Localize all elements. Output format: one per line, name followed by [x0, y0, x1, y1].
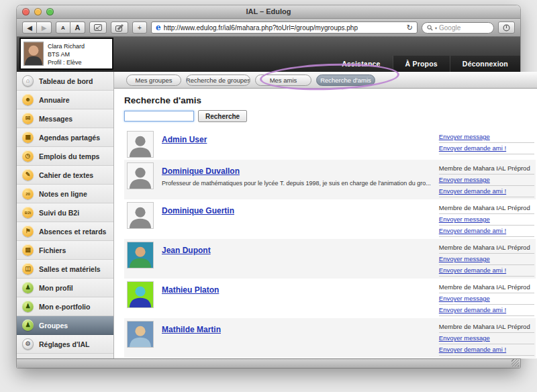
- sidebar-item-agendas-partages[interactable]: ▦ Agendas partagés: [17, 128, 113, 147]
- minimize-window-button[interactable]: [34, 8, 42, 15]
- person-icon: ♟: [22, 282, 34, 293]
- zoom-window-button[interactable]: [46, 8, 54, 15]
- user-avatar[interactable]: [127, 242, 154, 268]
- user-name-link[interactable]: Admin User: [162, 135, 207, 144]
- profile-text: Clara Richard BTS AM Profil : Elève: [48, 42, 85, 66]
- sidebar-item-mon-e-portfolio[interactable]: ♟ Mon e-portfolio: [17, 297, 113, 316]
- browser-window: IAL – Edulog ◀ ▶ A A + e http://www.edul: [17, 5, 520, 368]
- clip-to-dashboard-button[interactable]: [89, 21, 107, 34]
- resize-grip-icon[interactable]: [511, 359, 519, 366]
- group-person-icon: ♟: [22, 320, 34, 331]
- avatar: [23, 42, 44, 66]
- google-search-field[interactable]: ▾ Google: [422, 22, 494, 34]
- forward-icon: ▶: [42, 24, 47, 32]
- title-bar[interactable]: IAL – Edulog: [17, 5, 520, 19]
- sidebar-item-cahier-de-textes[interactable]: ✎ Cahier de textes: [17, 166, 113, 185]
- sidebar-item-messages[interactable]: ✉ Messages: [17, 109, 113, 128]
- user-avatar[interactable]: [127, 321, 154, 348]
- sidebar-item-mon-profil[interactable]: ♟ Mon profil: [17, 279, 113, 297]
- user-row: Jean Dupont Membre de Mahara IAL Préprod…: [124, 239, 536, 279]
- send-message-link[interactable]: Envoyer message: [439, 176, 490, 183]
- page-content: Recherche d'amis Recherche Admin User En…: [114, 89, 537, 358]
- user-name-link[interactable]: Mathilde Martin: [162, 325, 221, 334]
- address-bar[interactable]: e http://www.edulog.fr/ial6/mahara.php?t…: [151, 21, 418, 34]
- snippet-clip-icon: [94, 24, 102, 31]
- small-a-icon: A: [61, 25, 65, 31]
- close-window-button[interactable]: [22, 8, 30, 15]
- edit-pen-icon: [115, 24, 124, 32]
- sidebar: ⌂ Tableau de bord ☻ Annuaire ✉ Messages …: [17, 72, 114, 358]
- rooms-icon: ◫: [22, 263, 34, 275]
- tab-recherche-damis[interactable]: Recherche d'amis: [316, 75, 375, 86]
- decrease-font-button[interactable]: A: [56, 21, 70, 34]
- friend-search-input[interactable]: [124, 111, 194, 121]
- big-a-icon: A: [75, 23, 81, 32]
- send-message-link[interactable]: Envoyer message: [439, 255, 490, 262]
- tab-recherche-de-groupes[interactable]: Recherche de groupes: [186, 75, 250, 86]
- url-text: http://www.edulog.fr/ial6/mahara.php?toU…: [164, 24, 404, 32]
- user-avatar[interactable]: [127, 162, 154, 189]
- user-avatar[interactable]: [127, 131, 154, 158]
- b2i-badge-icon: B2i: [22, 207, 34, 218]
- user-name-link[interactable]: Dominique Duvallon: [162, 166, 240, 176]
- user-name-link[interactable]: Dominique Guertin: [162, 206, 234, 215]
- info-circle-button[interactable]: [498, 21, 515, 34]
- circle-bar-icon: [503, 24, 510, 32]
- new-tab-button[interactable]: +: [132, 21, 147, 34]
- tab-mes-groupes[interactable]: Mes groupes: [126, 75, 181, 86]
- sidebar-item-notes-en-ligne[interactable]: 20 Notes en ligne: [17, 185, 113, 203]
- menu-assistance[interactable]: Assistance: [330, 56, 392, 72]
- sidebar-item-suivi-du-b2i[interactable]: B2i Suivi du B2i: [17, 203, 113, 222]
- increase-font-button[interactable]: A: [70, 21, 85, 34]
- send-message-link[interactable]: Envoyer message: [439, 133, 490, 140]
- search-placeholder: Google: [439, 24, 460, 32]
- send-friend-request-link[interactable]: Envoyer demande ami !: [439, 346, 506, 353]
- grades-20-icon: 20: [22, 188, 34, 199]
- report-bug-button[interactable]: [111, 21, 128, 34]
- notebook-pen-icon: ✎: [22, 169, 34, 181]
- user-membership-label: Membre de Mahara IAL Préprod: [439, 322, 534, 333]
- tab-bar: Mes groupesRecherche de groupesMes amisR…: [114, 72, 537, 89]
- sidebar-item-groupes[interactable]: ♟ Groupes: [17, 316, 113, 335]
- send-message-link[interactable]: Envoyer message: [439, 215, 490, 223]
- sidebar-item-fichiers[interactable]: ▤ Fichiers: [17, 241, 113, 260]
- settings-gear-icon: ⚙: [22, 338, 34, 350]
- tab-mes-amis[interactable]: Mes amis: [255, 75, 311, 86]
- user-name-link[interactable]: Mathieu Platon: [162, 285, 219, 295]
- menu-a-propos[interactable]: À Propos: [393, 56, 450, 72]
- forward-button[interactable]: ▶: [37, 21, 52, 34]
- send-friend-request-link[interactable]: Envoyer demande ami !: [439, 306, 506, 313]
- sidebar-item-emplois-du-temps[interactable]: ◷ Emplois du temps: [17, 147, 113, 166]
- send-friend-request-link[interactable]: Envoyer demande ami !: [439, 266, 506, 274]
- send-message-link[interactable]: Envoyer message: [439, 295, 490, 302]
- user-membership-label: Membre de Mahara IAL Préprod: [439, 282, 534, 293]
- sidebar-item-reglages-dial[interactable]: ⚙ Réglages d'IAL: [17, 335, 113, 354]
- user-avatar[interactable]: [127, 281, 154, 308]
- search-submit-button[interactable]: Recherche: [198, 110, 247, 122]
- folder-icon: ▤: [22, 244, 34, 256]
- reload-icon[interactable]: ↻: [407, 23, 413, 32]
- app-header: Clara Richard BTS AM Profil : Elève Assi…: [17, 37, 520, 72]
- user-row: Mathilde Martin Membre de Mahara IAL Pré…: [124, 318, 536, 358]
- menu-deconnexion[interactable]: Déconnexion: [450, 56, 520, 72]
- back-button[interactable]: ◀: [22, 21, 37, 34]
- send-message-link[interactable]: Envoyer message: [439, 334, 490, 342]
- sidebar-item-tableau-de-bord[interactable]: ⌂ Tableau de bord: [17, 72, 113, 91]
- send-friend-request-link[interactable]: Envoyer demande ami !: [439, 187, 506, 195]
- search-engine-caret-icon[interactable]: ▾: [435, 26, 437, 30]
- user-row: Dominique Duvallon Professeur de mathéma…: [124, 160, 536, 199]
- send-friend-request-link[interactable]: Envoyer demande ami !: [439, 227, 506, 234]
- home-icon: ⌂: [22, 75, 34, 87]
- user-membership-label: Membre de Mahara IAL Préprod: [439, 242, 534, 254]
- sidebar-item-salles-et-materiels[interactable]: ◫ Salles et matériels: [17, 260, 113, 279]
- user-description: Professeur de mathématiques pour le lycé…: [162, 180, 431, 187]
- user-name-link[interactable]: Jean Dupont: [162, 246, 211, 255]
- search-icon: [427, 25, 433, 31]
- profile-box[interactable]: Clara Richard BTS AM Profil : Elève: [19, 38, 113, 70]
- send-friend-request-link[interactable]: Envoyer demande ami !: [439, 144, 506, 152]
- sidebar-item-annuaire[interactable]: ☻ Annuaire: [17, 91, 113, 109]
- profile-role: Profil : Elève: [48, 58, 85, 66]
- user-row: Mathieu Platon Membre de Mahara IAL Prép…: [124, 279, 536, 318]
- user-avatar[interactable]: [127, 202, 154, 229]
- sidebar-item-absences-et-retards[interactable]: ⚑ Absences et retards: [17, 222, 113, 241]
